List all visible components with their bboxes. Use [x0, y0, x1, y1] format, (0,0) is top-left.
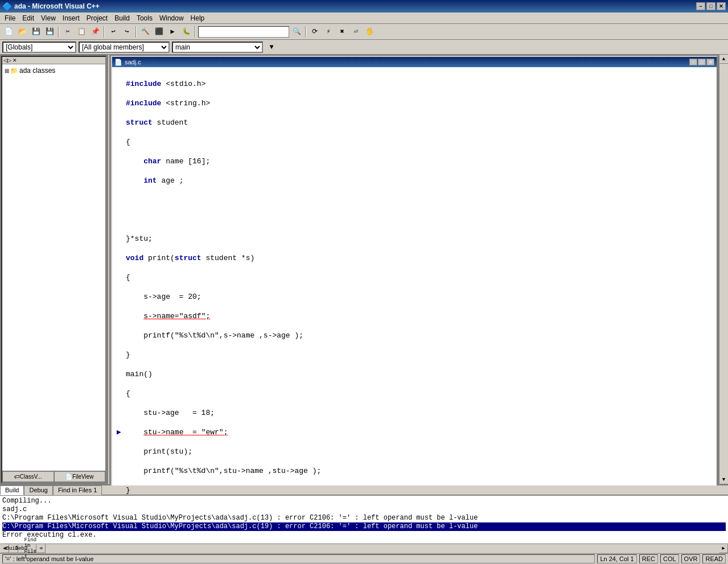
line-arrow-18 [117, 408, 124, 418]
toolbar-sep-5 [305, 26, 306, 38]
status-ovr: OVR [681, 554, 701, 563]
vertical-scrollbar[interactable]: ▲ ▼ [719, 55, 728, 484]
stop-button[interactable]: ⬛ [153, 26, 165, 38]
code-maximize-button[interactable]: □ [698, 59, 706, 65]
status-ln-col: Ln 24, Col 1 [597, 554, 636, 563]
scroll-up-button[interactable]: ▲ [719, 55, 729, 64]
toolbar-extra-5[interactable]: 🖐 [363, 26, 376, 38]
debug-button[interactable]: 🐛 [180, 26, 192, 38]
status-read: READ [702, 554, 726, 563]
sidebar-collapse-icon[interactable]: ◁▷ [3, 57, 11, 63]
menu-build[interactable]: Build [111, 13, 133, 23]
hscroll-tab-find[interactable]: Find in Files 1 [27, 544, 36, 553]
menu-project[interactable]: Project [83, 13, 111, 23]
menu-bar: File Edit View Insert Project Build Tool… [0, 13, 728, 24]
tab-find-in-files[interactable]: Find in Files 1 [53, 485, 102, 495]
code-line-3: struct student [117, 118, 712, 127]
code-text-3: struct student [126, 118, 188, 127]
function-dropdown[interactable]: main [172, 42, 263, 53]
code-text-9: }*stu; [126, 234, 153, 244]
hscroll-tab-arrow[interactable]: ⊲ [36, 544, 46, 553]
tab-build[interactable]: Build [0, 485, 24, 495]
dropdowns-bar: [Globals] [All global members] main ▼ [0, 40, 728, 55]
toolbar-extra-2[interactable]: ⚡ [322, 26, 335, 38]
window-title: ada - Microsoft Visual C++ [14, 2, 100, 10]
run-button[interactable]: ▶ [166, 26, 179, 38]
status-main-text: '=' : left operand must be l-value [5, 555, 94, 562]
redo-button[interactable]: ↪ [121, 26, 133, 38]
line-arrow-22 [117, 485, 124, 495]
maximize-button[interactable]: □ [706, 2, 715, 10]
menu-help[interactable]: Help [187, 13, 208, 23]
toolbar: 📄 📂 💾 💾 ✂ 📋 📌 ↩ ↪ 🔨 ⬛ ▶ 🐛 🔍 ⟳ ⚡ ✖ ⏎ 🖐 [0, 24, 728, 40]
menu-tools[interactable]: Tools [133, 13, 156, 23]
menu-edit[interactable]: Edit [19, 13, 38, 23]
hscroll-right-button[interactable]: ► [719, 544, 728, 553]
code-line-9: }*stu; [117, 234, 712, 244]
close-button[interactable]: ✕ [717, 2, 726, 10]
sidebar-resize-handle[interactable] [108, 55, 110, 484]
menu-view[interactable]: View [38, 13, 59, 23]
menu-file[interactable]: File [1, 13, 19, 23]
code-text-10: void print(struct student *s) [126, 253, 254, 263]
new-button[interactable]: 📄 [2, 26, 15, 38]
code-title-bar: 📄 sadj.c − □ ✕ [112, 57, 717, 67]
title-bar-buttons: − □ ✕ [696, 2, 726, 10]
tab-debug[interactable]: Debug [24, 485, 52, 495]
code-window: 📄 sadj.c − □ ✕ #include <stdio.h> #inclu… [111, 56, 718, 518]
find-button[interactable]: 🔍 [290, 26, 303, 38]
code-line-14: printf("%s\t%d\n",s->name ,s->age ); [117, 331, 712, 340]
save-button[interactable]: 💾 [30, 26, 42, 38]
toolbar-sep-1 [58, 26, 59, 38]
tab-fileview[interactable]: 📄 FileView [54, 471, 106, 482]
search-input[interactable] [198, 26, 289, 38]
code-text-1: #include <stdio.h> [126, 79, 205, 89]
toolbar-extra-1[interactable]: ⟳ [309, 26, 321, 38]
title-bar: 🔷 ada - Microsoft Visual C++ − □ ✕ [0, 0, 728, 13]
dropdown-extra-btn[interactable]: ▼ [265, 41, 278, 53]
code-editor[interactable]: #include <stdio.h> #include <string.h> s… [112, 67, 717, 517]
code-close-button[interactable]: ✕ [706, 59, 714, 65]
status-rec: REC [639, 554, 658, 563]
line-arrow-1 [117, 79, 124, 89]
build-button[interactable]: 🔨 [139, 26, 151, 38]
status-rec-text: REC [642, 555, 655, 562]
scope-dropdown[interactable]: [Globals] [2, 42, 76, 53]
sidebar-close-icon[interactable]: ✕ [13, 57, 17, 63]
status-col: COL [660, 554, 679, 563]
undo-button[interactable]: ↩ [107, 26, 120, 38]
menu-window[interactable]: Window [156, 13, 187, 23]
line-arrow-11 [117, 273, 124, 282]
folder-icon: 📁 [10, 67, 18, 75]
members-dropdown[interactable]: [All global members] [79, 42, 170, 53]
cut-button[interactable]: ✂ [61, 26, 74, 38]
code-line-7 [117, 195, 712, 205]
toolbar-sep-4 [195, 26, 196, 38]
menu-insert[interactable]: Insert [59, 13, 83, 23]
tree-item-label: ada classes [19, 67, 55, 75]
code-line-8 [117, 215, 712, 224]
toolbar-extra-4[interactable]: ⏎ [349, 26, 362, 38]
code-line-22: } [117, 485, 712, 495]
toolbar-extra-3[interactable]: ✖ [336, 26, 348, 38]
code-line-17: { [117, 389, 712, 398]
title-bar-left: 🔷 ada - Microsoft Visual C++ [2, 2, 100, 11]
code-line-6: int age ; [117, 176, 712, 186]
tab-classview[interactable]: 🏷 ClassV... [2, 471, 54, 482]
line-arrow-4 [117, 137, 124, 147]
code-minimize-button[interactable]: − [689, 59, 697, 65]
minimize-button[interactable]: − [696, 2, 705, 10]
fileview-icon: 📄 [65, 474, 72, 480]
paste-button[interactable]: 📌 [89, 26, 101, 38]
code-line-12: s->age = 20; [117, 292, 712, 302]
classview-label: ClassV... [20, 474, 42, 480]
line-arrow-7 [117, 195, 124, 205]
scroll-down-button[interactable]: ▼ [719, 475, 729, 484]
open-button[interactable]: 📂 [16, 26, 28, 38]
copy-button[interactable]: 📋 [75, 26, 88, 38]
scroll-track [719, 64, 729, 475]
output-line-5: Error executing cl.exe. [2, 531, 726, 540]
save-all-button[interactable]: 💾 [43, 26, 56, 38]
code-line-19: ▶ stu->name = "ewr"; [117, 427, 712, 437]
sidebar-tree-item[interactable]: ⊞ 📁 ada classes [5, 67, 103, 75]
